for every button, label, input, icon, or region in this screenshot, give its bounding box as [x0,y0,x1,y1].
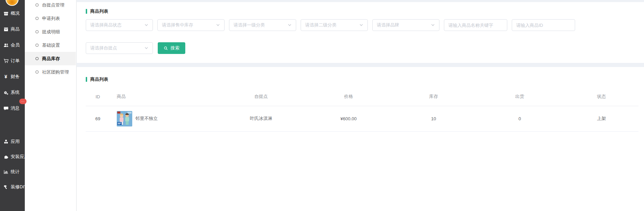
nav-label: 会员 [11,42,20,48]
column-header-status: 状态 [564,88,638,106]
submenu-label: 自提点管理 [42,2,64,8]
system-icon [3,90,9,95]
chevron-down-icon [216,23,220,27]
submenu-item-commission-detail[interactable]: 提成明细 [25,25,76,38]
filter-row-2: 请选择自提点 搜索 [86,42,185,54]
cell-stock: 10 [392,106,475,131]
message-badge: ... [19,99,27,104]
submenu-label: 基础设置 [42,42,60,48]
chevron-down-icon [144,46,148,50]
select-placeholder: 请选择商品状态 [90,22,122,28]
nav-label: 消息 [11,105,20,111]
nav-label: 商品 [11,26,20,32]
cell-shipped: 0 [475,106,564,131]
nav-item-orders[interactable]: 订单 [0,53,25,69]
column-header-stock: 库存 [392,88,475,106]
select-placeholder: 请选择品牌 [377,22,399,28]
nav-item-diy[interactable]: 装修DIY [0,179,25,195]
column-header-pickup-point: 自提点 [217,88,305,106]
select-product-status[interactable]: 请选择商品状态 [86,19,153,31]
column-header-price: 价格 [305,88,392,106]
panel-title-text: 商品列表 [90,8,108,14]
finance-icon: ¥ [3,74,9,79]
column-header-product: 商品 [110,88,217,106]
submenu-label: 商品库存 [42,56,60,62]
nav-label: 系统 [11,89,20,96]
search-icon [164,46,168,51]
circle-icon [35,57,39,60]
product-table: ID 商品 自提点 价格 库存 出货 状态 69 [86,88,638,132]
select-pickup-point[interactable]: 请选择自提点 [86,42,153,54]
chevron-down-icon [288,23,292,27]
select-category-level2[interactable]: 请选择二级分类 [301,19,368,31]
nav-item-install-apps[interactable]: 安装应用 [0,149,25,164]
install-apps-icon [3,154,9,159]
circle-icon [35,44,39,47]
nav-item-apps[interactable]: 应用 [0,134,25,149]
search-button[interactable]: 搜索 [158,42,185,54]
select-onsale-stock[interactable]: 请选择售中库存 [157,19,225,31]
secondary-sidebar: 自提点管理 申请列表 提成明细 基础设置 商品库存 社区团购管理 [25,0,76,211]
select-category-level1[interactable]: 请选择一级分类 [229,19,296,31]
chevron-down-icon [144,23,148,27]
product-name-keyword-input[interactable] [444,19,507,31]
circle-icon [35,17,39,20]
nav-label: 安装应用 [11,154,29,160]
nav-label: 财务 [11,74,20,80]
submenu-label: 提成明细 [42,29,60,35]
cell-price: ¥600.00 [305,106,392,131]
column-header-shipped: 出货 [475,88,564,106]
select-placeholder: 请选择售中库存 [162,22,193,28]
circle-icon [35,3,39,7]
select-placeholder: 请选择自提点 [90,45,117,51]
cell-id: 69 [86,106,110,131]
nav-item-system[interactable]: 系统 [0,85,25,100]
product-list-panel: 商品列表 ID 商品 自提点 价格 库存 出货 状态 69 [77,67,644,211]
product-image [117,111,132,126]
nav-label: 装修DIY [11,184,27,190]
goods-icon [3,26,9,32]
cell-pickup-point: 叶氏冰淇淋 [217,106,305,131]
column-header-id: ID [86,88,110,106]
select-placeholder: 请选择一级分类 [233,22,265,28]
chevron-down-icon [359,23,363,27]
nav-item-stats[interactable]: 统计 [0,164,25,179]
avatar[interactable] [6,0,19,6]
submenu-item-product-stock[interactable]: 商品库存 [25,52,76,65]
table-row: 69 [86,106,638,131]
nav-label: 订单 [11,58,20,64]
circle-icon [35,70,39,74]
search-button-label: 搜索 [170,45,179,51]
primary-nav-secondary-group: 应用 安装应用 统计 装修DIY [0,134,25,195]
cell-status: 上架 [564,106,638,131]
stats-icon [3,169,9,175]
submenu-item-application-list[interactable]: 申请列表 [25,12,76,25]
filter-panel: 商品列表 请选择商品状态 请选择售中库存 请选择一级分类 请选择二级分类 请选择… [77,2,644,63]
nav-item-finance[interactable]: ¥ 财务 [0,69,25,85]
title-accent-bar [86,9,87,14]
submenu-item-pickup-point-management[interactable]: 自提点管理 [25,0,76,12]
submenu-item-basic-settings[interactable]: 基础设置 [25,38,76,52]
submenu-list: 自提点管理 申请列表 提成明细 基础设置 商品库存 社区团购管理 [25,0,76,79]
nav-label: 统计 [11,169,20,175]
title-accent-bar [86,77,87,82]
message-icon [3,106,9,111]
nav-label: 概况 [11,10,20,16]
orders-icon [3,58,9,64]
product-id-input[interactable] [512,19,575,31]
submenu-item-community-groupbuy[interactable]: 社区团购管理 [25,65,76,79]
nav-item-goods[interactable]: 商品 [0,21,25,37]
select-placeholder: 请选择二级分类 [305,22,336,28]
nav-item-overview[interactable]: 概况 [0,5,25,21]
table-header-row: ID 商品 自提点 价格 库存 出货 状态 [86,88,638,106]
cell-product: 邻里不独立 [110,106,217,131]
members-icon [3,42,9,48]
filter-panel-title: 商品列表 [86,8,108,14]
panel-title-text: 商品列表 [90,76,108,82]
chevron-down-icon [431,23,435,27]
nav-item-members[interactable]: 会员 [0,37,25,53]
select-brand[interactable]: 请选择品牌 [372,19,439,31]
submenu-label: 申请列表 [42,15,60,22]
overview-icon [3,11,9,16]
main-content: 商品列表 请选择商品状态 请选择售中库存 请选择一级分类 请选择二级分类 请选择… [77,0,644,211]
